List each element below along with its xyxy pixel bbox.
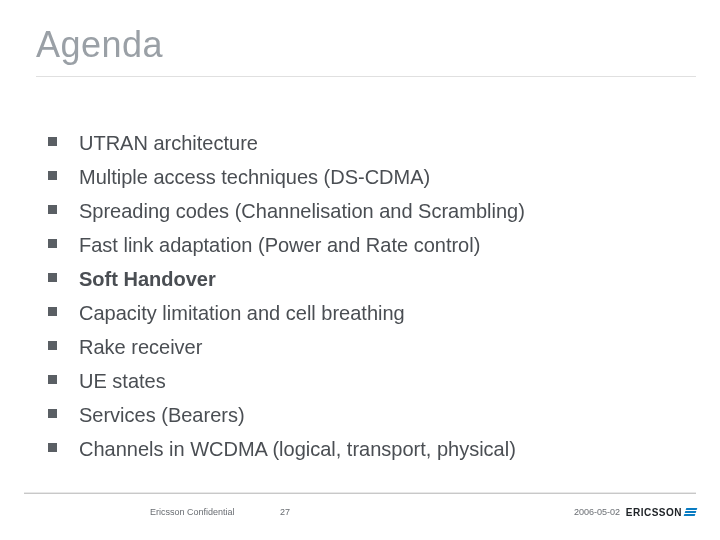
agenda-item: Services (Bearers) [48,402,680,428]
agenda-item: Capacity limitation and cell breathing [48,300,680,326]
square-bullet-icon [48,307,57,316]
agenda-item-text: UTRAN architecture [79,130,258,156]
square-bullet-icon [48,273,57,282]
agenda-item: Channels in WCDMA (logical, transport, p… [48,436,680,462]
title-divider [36,76,696,77]
square-bullet-icon [48,409,57,418]
agenda-item-text: Services (Bearers) [79,402,245,428]
agenda-item: UE states [48,368,680,394]
slide: Agenda UTRAN architectureMultiple access… [0,0,720,540]
agenda-item-text: Soft Handover [79,266,216,292]
agenda-item: Spreading codes (Channelisation and Scra… [48,198,680,224]
square-bullet-icon [48,341,57,350]
agenda-item-text: Multiple access techniques (DS-CDMA) [79,164,430,190]
agenda-item-text: Spreading codes (Channelisation and Scra… [79,198,525,224]
footer-divider [24,492,696,494]
footer-date: 2006-05-02 [574,507,620,517]
footer-confidential: Ericsson Confidential [150,507,235,517]
agenda-item: Soft Handover [48,266,680,292]
ericsson-logo: ERICSSON [626,507,696,518]
agenda-item-text: UE states [79,368,166,394]
agenda-item-text: Channels in WCDMA (logical, transport, p… [79,436,516,462]
square-bullet-icon [48,171,57,180]
agenda-item: Fast link adaptation (Power and Rate con… [48,232,680,258]
agenda-item-text: Fast link adaptation (Power and Rate con… [79,232,480,258]
footer-page: 27 [280,507,290,517]
footer: Ericsson Confidential 27 2006-05-02 ERIC… [0,502,720,522]
agenda-list: UTRAN architectureMultiple access techni… [48,130,680,470]
agenda-item-text: Rake receiver [79,334,202,360]
square-bullet-icon [48,137,57,146]
square-bullet-icon [48,205,57,214]
square-bullet-icon [48,375,57,384]
slide-title: Agenda [36,24,163,66]
agenda-item-text: Capacity limitation and cell breathing [79,300,405,326]
square-bullet-icon [48,239,57,248]
logo-text: ERICSSON [626,507,682,518]
agenda-item: UTRAN architecture [48,130,680,156]
logo-bars-icon [684,508,698,516]
square-bullet-icon [48,443,57,452]
agenda-item: Multiple access techniques (DS-CDMA) [48,164,680,190]
agenda-item: Rake receiver [48,334,680,360]
